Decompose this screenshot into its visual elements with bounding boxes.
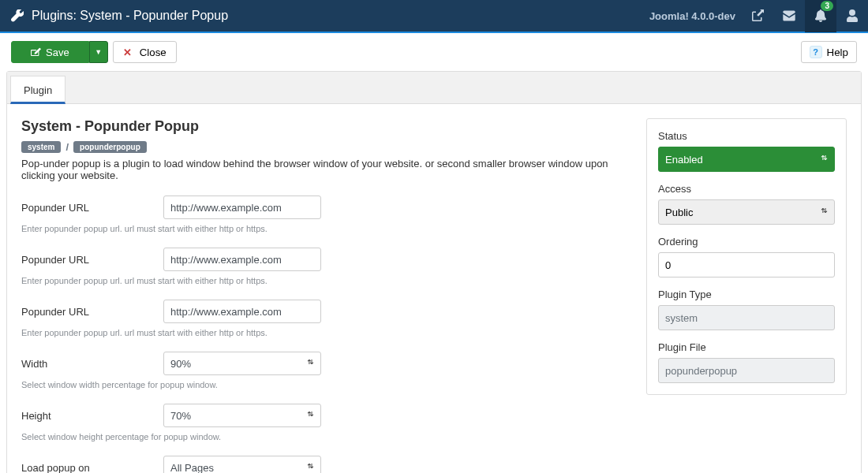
- side-plugin-file-value: [658, 358, 835, 383]
- field-url1-label: Popunder URL: [21, 202, 163, 214]
- side-ordering-label: Ordering: [658, 236, 835, 248]
- side-status-select[interactable]: Enabled: [658, 147, 835, 172]
- field-height: Height 70% Select window height percenta…: [21, 404, 630, 453]
- side-plugin-type-label: Plugin Type: [658, 289, 835, 300]
- field-height-hint: Select window height percentage for popu…: [21, 432, 630, 441]
- help-icon: ?: [810, 46, 822, 58]
- help-button-label: Help: [827, 47, 848, 58]
- field-url1: Popunder URL Enter popunder popup url. u…: [21, 196, 630, 244]
- close-icon: ✕: [123, 47, 132, 58]
- field-loadon-label: Load popup on: [21, 462, 163, 474]
- close-button[interactable]: ✕ Close: [113, 41, 177, 63]
- side-access-label: Access: [658, 183, 835, 195]
- tab-plugin[interactable]: Plugin: [10, 76, 65, 104]
- help-button[interactable]: ? Help: [801, 41, 857, 63]
- field-url2-hint: Enter popunder popup url. url must start…: [21, 276, 630, 285]
- caret-down-icon: ▼: [95, 48, 102, 56]
- side-plugin-file-label: Plugin File: [658, 341, 835, 353]
- field-height-select[interactable]: 70%: [163, 404, 321, 427]
- side-ordering: Ordering: [658, 236, 835, 277]
- plugin-description: Pop-under popup is a plugin to load wind…: [21, 158, 630, 181]
- field-width: Width 90% Select window width percentage…: [21, 352, 630, 400]
- side-status: Status Enabled: [658, 130, 835, 172]
- messages-button[interactable]: [773, 0, 805, 32]
- field-url1-input[interactable]: [163, 196, 321, 219]
- side-access: Access Public: [658, 183, 835, 225]
- envelope-icon: [783, 9, 795, 22]
- close-button-label: Close: [140, 47, 166, 58]
- field-url2-input[interactable]: [163, 248, 321, 271]
- external-link-icon: [751, 9, 764, 22]
- tab-bar: Plugin: [7, 72, 861, 104]
- user-icon: [846, 9, 859, 22]
- save-button-label: Save: [46, 47, 69, 58]
- field-url3: Popunder URL Enter popunder popup url. u…: [21, 300, 630, 348]
- field-width-select[interactable]: 90%: [163, 352, 321, 375]
- field-url2-label: Popunder URL: [21, 254, 163, 266]
- content-panel: Plugin System - Popunder Popup system / …: [6, 71, 862, 473]
- chip-system: system: [21, 141, 61, 153]
- main-column: System - Popunder Popup system / popunde…: [21, 118, 630, 473]
- brand-label: Joomla! 4.0.0-dev: [649, 10, 735, 22]
- field-width-hint: Select window width percentage for popup…: [21, 380, 630, 389]
- field-height-label: Height: [21, 410, 163, 422]
- chip-file: popunderpopup: [73, 141, 147, 153]
- bell-icon: [814, 9, 827, 22]
- side-ordering-input[interactable]: [658, 252, 835, 277]
- plugin-badges: system / popunderpopup: [21, 141, 630, 153]
- tab-content: System - Popunder Popup system / popunde…: [7, 104, 861, 473]
- edit-icon: [31, 47, 41, 58]
- field-url3-hint: Enter popunder popup url. url must start…: [21, 328, 630, 337]
- notifications-badge: 3: [821, 1, 833, 11]
- field-loadon-select[interactable]: All Pages: [163, 456, 321, 473]
- chip-separator: /: [65, 141, 69, 153]
- field-width-label: Width: [21, 358, 163, 370]
- side-plugin-type: Plugin Type: [658, 289, 835, 330]
- wrench-icon: [11, 9, 24, 22]
- side-column: Status Enabled Access Public Ordering Pl…: [646, 118, 847, 395]
- side-status-label: Status: [658, 130, 835, 142]
- toolbar: Save ▼ ✕ Close ? Help: [0, 33, 868, 71]
- save-button[interactable]: Save: [11, 41, 89, 63]
- side-plugin-type-value: [658, 305, 835, 330]
- tab-plugin-label: Plugin: [24, 84, 52, 96]
- save-dropdown-toggle[interactable]: ▼: [89, 41, 108, 63]
- side-access-select[interactable]: Public: [658, 199, 835, 225]
- field-url3-label: Popunder URL: [21, 306, 163, 318]
- field-loadon: Load popup on All Pages Select the page …: [21, 456, 630, 473]
- user-menu-button[interactable]: [836, 0, 868, 32]
- field-url3-input[interactable]: [163, 300, 321, 323]
- share-button[interactable]: [742, 0, 773, 32]
- topbar: Plugins: System - Popunder Popup Joomla!…: [0, 0, 868, 33]
- side-plugin-file: Plugin File: [658, 341, 835, 383]
- plugin-heading: System - Popunder Popup: [21, 118, 630, 135]
- page-title: Plugins: System - Popunder Popup: [32, 9, 649, 23]
- field-url1-hint: Enter popunder popup url. url must start…: [21, 224, 630, 233]
- field-url2: Popunder URL Enter popunder popup url. u…: [21, 248, 630, 296]
- notifications-button[interactable]: 3: [805, 0, 836, 32]
